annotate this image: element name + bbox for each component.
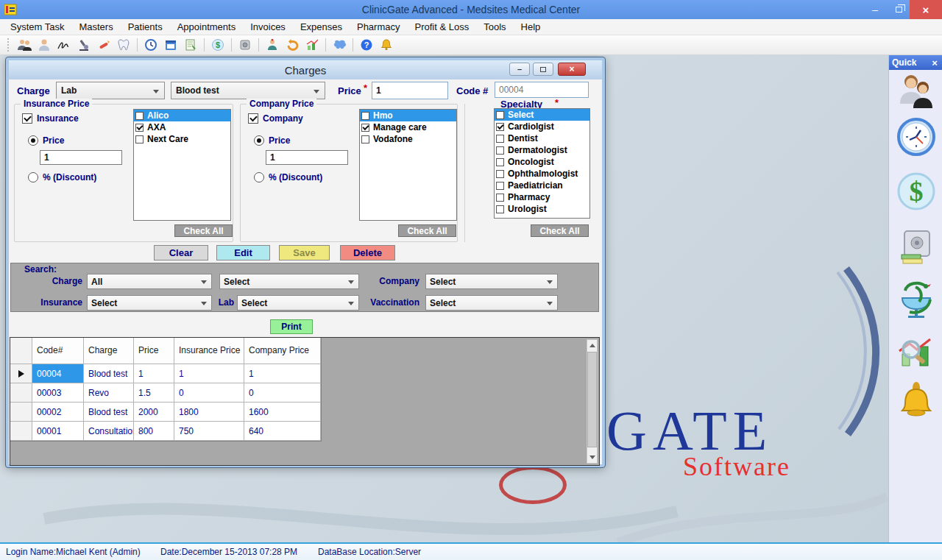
scroll-up-button[interactable] bbox=[587, 340, 597, 351]
table-row[interactable]: 00004 Blood test 1 1 1 bbox=[10, 364, 321, 383]
clock-icon[interactable] bbox=[142, 37, 160, 53]
insurance-item-checkbox[interactable] bbox=[135, 135, 144, 143]
search-lab-select[interactable]: Select bbox=[237, 295, 359, 311]
specialty-item-checkbox[interactable] bbox=[496, 205, 504, 213]
patients-group-icon[interactable] bbox=[15, 37, 33, 53]
specialty-item-checkbox[interactable] bbox=[496, 170, 504, 178]
specialty-list-item[interactable]: Paediatrician bbox=[495, 180, 589, 191]
menu-system-task[interactable]: System Task bbox=[3, 19, 71, 35]
specialty-list-item[interactable]: Select bbox=[495, 109, 589, 121]
cell-company-price[interactable]: 640 bbox=[244, 422, 321, 441]
cell-price[interactable]: 1.5 bbox=[134, 383, 174, 403]
price-input[interactable] bbox=[372, 82, 448, 99]
safe-icon[interactable] bbox=[236, 37, 254, 53]
billing-quick-icon[interactable]: $ bbox=[896, 171, 936, 212]
insurance-price-input[interactable] bbox=[40, 150, 122, 165]
menu-appointments[interactable]: Appointments bbox=[170, 19, 244, 35]
specialty-item-checkbox[interactable] bbox=[496, 135, 504, 143]
cell-price[interactable]: 2000 bbox=[134, 403, 174, 422]
cash-safe-quick-icon[interactable] bbox=[896, 227, 936, 268]
marker-icon[interactable] bbox=[95, 37, 113, 53]
insurance-price-radio[interactable] bbox=[28, 135, 38, 146]
delete-button[interactable]: Delete bbox=[340, 245, 395, 260]
undo-icon[interactable] bbox=[283, 37, 301, 53]
insurance-discount-radio[interactable] bbox=[28, 172, 38, 182]
cell-charge[interactable]: Revo bbox=[84, 383, 134, 403]
dialog-minimize-button[interactable]: – bbox=[509, 63, 530, 76]
money-icon[interactable]: $ bbox=[209, 37, 227, 53]
appointments-quick-icon[interactable] bbox=[896, 116, 936, 157]
menu-expenses[interactable]: Expenses bbox=[293, 19, 350, 35]
dental-icon[interactable] bbox=[115, 37, 132, 53]
insurance-item-checkbox[interactable] bbox=[135, 112, 144, 120]
cell-price[interactable]: 1 bbox=[134, 364, 174, 383]
menu-patients[interactable]: Patients bbox=[121, 19, 170, 35]
dialog-maximize-button[interactable] bbox=[533, 63, 553, 76]
company-list-item[interactable]: Vodafone bbox=[360, 133, 456, 145]
table-row[interactable]: 00003 Revo 1.5 0 0 bbox=[10, 383, 321, 403]
calendar-icon[interactable] bbox=[162, 37, 180, 53]
signature-icon[interactable] bbox=[55, 37, 73, 53]
menu-tools[interactable]: Tools bbox=[476, 19, 513, 35]
specialty-list-item[interactable]: Urologist bbox=[495, 203, 589, 215]
notification-icon[interactable] bbox=[330, 37, 348, 53]
table-row[interactable]: 00001 Consultation 800 750 640 bbox=[10, 422, 321, 441]
column-header-price[interactable]: Price bbox=[134, 338, 174, 364]
table-row[interactable]: 00002 Blood test 2000 1800 1600 bbox=[10, 403, 321, 422]
save-button[interactable]: Save bbox=[279, 245, 330, 260]
menu-masters[interactable]: Masters bbox=[71, 19, 120, 35]
report-icon[interactable] bbox=[303, 37, 321, 53]
menu-help[interactable]: Help bbox=[514, 19, 548, 35]
company-item-checkbox[interactable] bbox=[361, 112, 369, 120]
close-button[interactable]: × bbox=[910, 0, 942, 19]
column-header-code[interactable]: Code# bbox=[32, 338, 84, 364]
minimize-button[interactable]: – bbox=[864, 0, 886, 19]
clear-button[interactable]: Clear bbox=[154, 245, 208, 260]
print-button[interactable]: Print bbox=[270, 319, 313, 334]
menu-pharmacy[interactable]: Pharmacy bbox=[350, 19, 408, 35]
bell-icon[interactable] bbox=[378, 37, 395, 53]
cell-code[interactable]: 00003 bbox=[32, 383, 84, 403]
cell-company-price[interactable]: 0 bbox=[244, 383, 321, 403]
cell-insurance-price[interactable]: 750 bbox=[174, 422, 244, 441]
cell-code[interactable]: 00001 bbox=[32, 422, 84, 441]
dialog-close-button[interactable]: × bbox=[558, 63, 586, 76]
code-input[interactable] bbox=[495, 82, 589, 98]
column-header-charge[interactable]: Charge bbox=[84, 338, 134, 364]
cell-charge[interactable]: Blood test bbox=[84, 403, 134, 422]
specialty-check-all-button[interactable]: Check All bbox=[531, 224, 589, 237]
pharmacy-quick-icon[interactable] bbox=[896, 281, 936, 322]
cell-charge[interactable]: Consultation bbox=[84, 422, 134, 441]
specialty-item-checkbox[interactable] bbox=[496, 182, 504, 190]
company-checkbox[interactable] bbox=[248, 113, 258, 124]
search-company-select[interactable]: Select bbox=[425, 274, 558, 289]
specialty-list-item[interactable]: Pharmacy bbox=[495, 191, 589, 203]
pharmacist-icon[interactable] bbox=[263, 37, 281, 53]
cell-insurance-price[interactable]: 0 bbox=[174, 383, 244, 403]
help-icon[interactable]: ? bbox=[358, 37, 375, 53]
specialty-list-item[interactable]: Dermatologist bbox=[495, 144, 589, 156]
row-selector-cell[interactable] bbox=[10, 422, 32, 441]
scroll-down-button[interactable] bbox=[587, 452, 597, 463]
specialty-list-item[interactable]: Cardiolgist bbox=[495, 121, 589, 132]
invoice-icon[interactable] bbox=[182, 37, 199, 53]
company-list-item[interactable]: Manage care bbox=[360, 121, 456, 133]
insurance-list-item[interactable]: Next Care bbox=[134, 133, 230, 145]
quick-panel-close-button[interactable]: × bbox=[929, 57, 941, 68]
specialty-list-item[interactable]: Ophthalmologist bbox=[495, 168, 589, 180]
search-charge-select[interactable]: All bbox=[87, 274, 212, 289]
cell-price[interactable]: 800 bbox=[134, 422, 174, 441]
cell-code[interactable]: 00002 bbox=[32, 403, 84, 422]
search-charge-item-select[interactable]: Select bbox=[219, 274, 359, 289]
alerts-quick-icon[interactable] bbox=[896, 381, 936, 422]
charge-item-select[interactable]: Blood test bbox=[171, 82, 325, 99]
grid-vertical-scrollbar[interactable] bbox=[587, 339, 598, 464]
cell-code[interactable]: 00004 bbox=[32, 364, 84, 383]
patient-icon[interactable] bbox=[35, 37, 53, 53]
cell-insurance-price[interactable]: 1800 bbox=[174, 403, 244, 422]
specialty-item-checkbox[interactable] bbox=[496, 158, 504, 166]
reports-quick-icon[interactable] bbox=[896, 333, 936, 374]
patients-quick-icon[interactable] bbox=[896, 70, 936, 111]
specialty-item-checkbox[interactable] bbox=[496, 146, 504, 155]
cell-company-price[interactable]: 1 bbox=[244, 364, 321, 383]
